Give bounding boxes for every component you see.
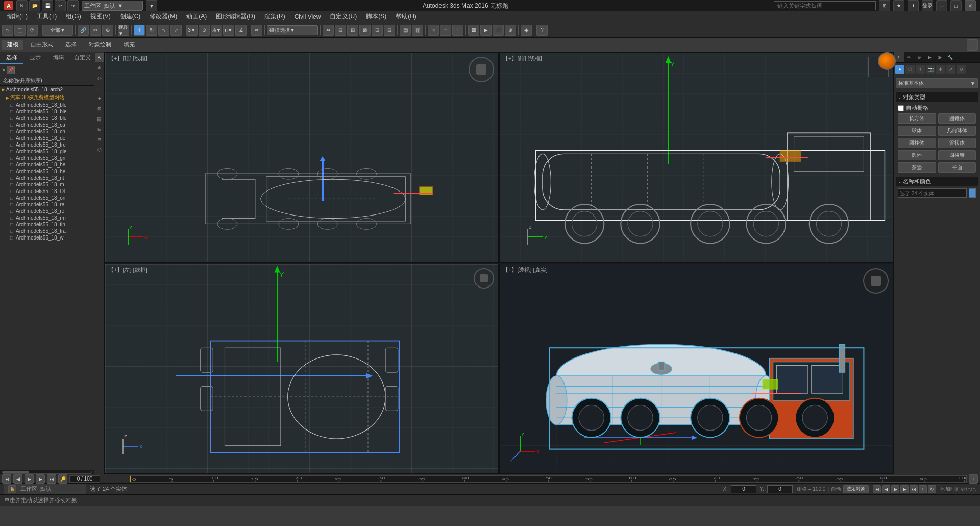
pyramid-btn[interactable]: 四棱锥	[938, 150, 976, 160]
menu-customize[interactable]: 自定义(U)	[326, 11, 361, 22]
strip-btn-5[interactable]: ⊠	[95, 104, 104, 113]
scale-btn[interactable]: ⤡	[158, 25, 169, 36]
place-high-btn[interactable]: ⊟	[384, 25, 395, 36]
timeline-key-btn[interactable]: 🔑	[58, 474, 67, 484]
status-play-btn[interactable]: ▶	[891, 485, 899, 493]
select-btn[interactable]: ↖	[2, 25, 13, 36]
object-type-header[interactable]: 对象类型	[896, 92, 978, 102]
tree-item-9[interactable]: □ Archmodels55_18_gle	[0, 148, 94, 155]
unlink-btn[interactable]: ✂	[90, 25, 101, 36]
scene-tab-display[interactable]: 显示	[23, 52, 47, 64]
tree-item-4[interactable]: □ Archmodels55_18_ble	[0, 115, 94, 122]
undo-btn[interactable]: ↩	[55, 0, 66, 11]
tree-item-0[interactable]: ▸ Archmodels55_18_arch2	[0, 86, 94, 93]
right-tab-hierarchy[interactable]: ⊕	[914, 52, 924, 62]
particle-btn[interactable]: ⁘	[452, 25, 463, 36]
add-time-tag-btn[interactable]: +	[969, 474, 978, 484]
strip-btn-6[interactable]: ▤	[95, 114, 104, 124]
layer-btn[interactable]: ▤	[400, 25, 411, 36]
tree-item-1[interactable]: ▸ 汽车-3D俠免費模型网站	[0, 93, 94, 102]
strip-btn-9[interactable]: ⬡	[95, 145, 104, 154]
status-loop-btn[interactable]: ↻	[928, 485, 936, 493]
status-key-btn[interactable]: ⏮	[873, 485, 881, 493]
right-icon-helper[interactable]: ✚	[936, 65, 945, 74]
scene-pin-btn[interactable]: 📌	[7, 66, 15, 74]
timeline-next-frame-btn[interactable]: ▶	[36, 474, 45, 484]
ribbon-extra-btn[interactable]: …	[967, 39, 978, 51]
status-next-btn[interactable]: ▶	[900, 485, 909, 493]
menu-animation[interactable]: 动画(A)	[182, 11, 211, 22]
move-btn[interactable]: ✛	[134, 25, 145, 36]
tab-freeform[interactable]: 自由形式	[26, 40, 58, 50]
torus-btn[interactable]: 圆环	[898, 150, 936, 160]
scene-scrollbar[interactable]	[0, 470, 94, 474]
redo-btn[interactable]: ↪	[67, 0, 79, 11]
scene-tab-edit[interactable]: 编辑	[47, 52, 70, 64]
tree-item-13[interactable]: □ Archmodels55_18_nt	[0, 175, 94, 181]
minimize-btn[interactable]: ─	[936, 0, 947, 11]
menu-civil-view[interactable]: Civil View	[290, 12, 325, 21]
snap-dropdown[interactable]: 碰撞选择▼	[267, 25, 318, 35]
strip-btn-4[interactable]: ✦	[95, 94, 104, 103]
render-active-btn[interactable]: ⊕	[505, 25, 516, 36]
tab-fill[interactable]: 填充	[118, 40, 140, 50]
timeline-play-btn[interactable]: ▶	[24, 474, 34, 484]
box-btn[interactable]: 长方体	[898, 113, 936, 124]
percent-btn[interactable]: %▼	[211, 25, 222, 36]
cone-btn[interactable]: 圆锥体	[938, 113, 976, 124]
tree-item-19[interactable]: □ Archmodels55_18_rm	[0, 214, 94, 221]
tree-item-22[interactable]: □ Archmodels55_18_w	[0, 234, 94, 241]
tree-item-6[interactable]: □ Archmodels55_18_ch	[0, 128, 94, 135]
tree-item-18[interactable]: □ Archmodels55_18_re	[0, 208, 94, 214]
name-input[interactable]	[898, 188, 967, 198]
ribbon-btn[interactable]: ▥	[412, 25, 423, 36]
select-filter-btn[interactable]: 视图▼	[118, 25, 129, 36]
right-icon-sys[interactable]: ⚙	[957, 65, 966, 74]
workspace-dropdown[interactable]: 工作区: 默认 ▼	[82, 1, 143, 11]
select-region-btn[interactable]: ⬚	[14, 25, 26, 36]
tree-item-2[interactable]: □ Archmodels55_18_ble	[0, 102, 94, 108]
timeline-prev-frame-btn[interactable]: ◀	[13, 474, 22, 484]
filter-dropdown[interactable]: 选定对象	[843, 485, 869, 493]
render-setup-btn[interactable]: 🖼	[468, 25, 479, 36]
menu-scripting[interactable]: 脚本(S)	[362, 11, 390, 22]
right-icon-cam[interactable]: 📷	[926, 65, 935, 74]
restore-btn[interactable]: □	[950, 0, 962, 11]
y-coord-input[interactable]	[767, 485, 793, 493]
right-icon-light[interactable]: ☀	[916, 65, 925, 74]
open-btn[interactable]: 📂	[29, 0, 40, 11]
render-frame-btn[interactable]: ⬛	[493, 25, 504, 36]
snap-btn[interactable]: n▼	[223, 25, 234, 36]
scene-tree[interactable]: ▸ Archmodels55_18_arch2 ▸ 汽车-3D俠免費模型网站 □…	[0, 86, 94, 470]
tree-item-5[interactable]: □ Archmodels55_18_ca	[0, 122, 94, 128]
tab-modeling[interactable]: 建模	[2, 40, 23, 50]
close-btn[interactable]: ✕	[965, 0, 976, 11]
mirror-btn[interactable]: ⇔	[323, 25, 334, 36]
plane-btn[interactable]: 平面	[938, 162, 976, 173]
workspace-extra[interactable]: ▼	[146, 0, 157, 11]
bind-space-btn[interactable]: ⊕	[102, 25, 113, 36]
tree-item-7[interactable]: □ Archmodels55_18_de	[0, 135, 94, 141]
quick-align-btn[interactable]: ⊞	[347, 25, 358, 36]
lasso-btn[interactable]: ⟳	[27, 25, 38, 36]
right-icon-geom[interactable]: ●	[895, 65, 904, 74]
rotate-btn[interactable]: ↻	[146, 25, 157, 36]
status-add-key-btn[interactable]: +	[919, 485, 927, 493]
scene-tab-custom[interactable]: 自定义	[70, 52, 94, 64]
right-icon-shape[interactable]: ⬡	[905, 65, 915, 74]
tree-item-21[interactable]: □ Archmodels55_18_tra	[0, 228, 94, 234]
viewport-front[interactable]: 【+】[前] [线框] Y Z Y	[499, 52, 893, 263]
tree-item-12[interactable]: □ Archmodels55_18_he	[0, 168, 94, 175]
strip-select-btn[interactable]: ↖	[95, 53, 104, 62]
right-tab-modify[interactable]: ✏	[904, 52, 914, 62]
tree-item-10[interactable]: □ Archmodels55_18_gri	[0, 155, 94, 161]
strip-btn-1[interactable]: ⊕	[95, 63, 104, 73]
new-btn[interactable]: N	[16, 0, 28, 11]
menu-graph-editor[interactable]: 图形编辑器(D)	[212, 11, 259, 22]
star-btn[interactable]: ★	[893, 0, 904, 11]
teapot-btn[interactable]: 茶壶	[898, 162, 936, 173]
object-type-dropdown[interactable]: 标准基本体 ▼	[896, 78, 978, 88]
save-btn[interactable]: 💾	[42, 0, 53, 11]
strip-btn-7[interactable]: ⊟	[95, 125, 104, 134]
strip-btn-2[interactable]: ◎	[95, 74, 104, 83]
